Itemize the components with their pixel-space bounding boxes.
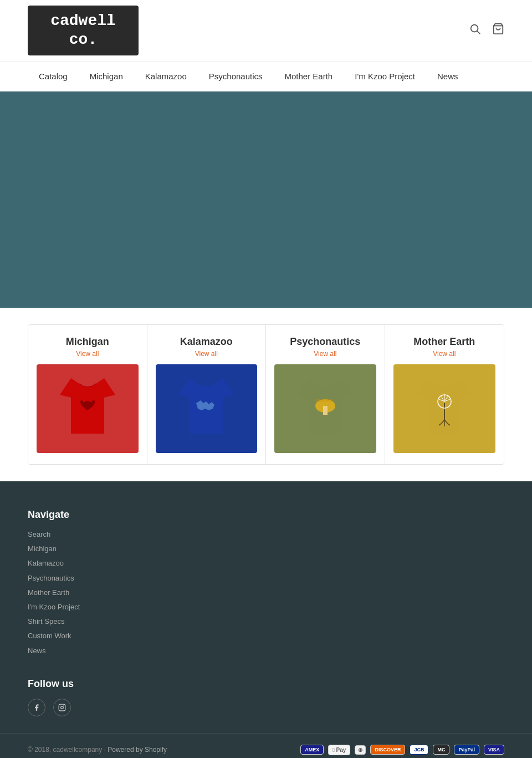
- collections-section: Michigan View all Kalamazoo View all: [0, 308, 532, 481]
- nav-psychonautics[interactable]: Psychonautics: [198, 62, 274, 91]
- footer-link-news[interactable]: News: [28, 646, 504, 656]
- instagram-icon: [58, 704, 66, 711]
- tshirt-svg-michigan: [54, 373, 121, 445]
- collections-grid: Michigan View all Kalamazoo View all: [28, 324, 504, 465]
- collection-img-kalamazoo: [156, 364, 258, 453]
- payment-mastercard: MC: [433, 745, 449, 755]
- cart-button[interactable]: [492, 23, 504, 38]
- svg-rect-4: [323, 406, 328, 415]
- payment-amex: AMEX: [300, 745, 324, 755]
- svg-text:Aquarius: Aquarius: [315, 398, 333, 403]
- nav-kalamazoo[interactable]: Kalamazoo: [134, 62, 198, 91]
- header-actions: [469, 23, 504, 38]
- view-all-kalamazoo[interactable]: View all: [156, 350, 258, 358]
- social-icons: [28, 699, 504, 716]
- instagram-button[interactable]: [53, 699, 71, 716]
- nav-michigan[interactable]: Michigan: [79, 62, 134, 91]
- logo[interactable]: cadwell co.: [28, 6, 139, 55]
- view-all-mother-earth[interactable]: View all: [393, 350, 496, 358]
- footer-link-psychonautics[interactable]: Psychonautics: [28, 573, 504, 583]
- footer-link-shirt-specs[interactable]: Shirt Specs: [28, 617, 504, 627]
- collection-mother-earth[interactable]: Mother Earth View all: [385, 325, 504, 464]
- footer-link-mother-earth[interactable]: Mother Earth: [28, 588, 504, 598]
- header: cadwell co.: [0, 0, 532, 61]
- svg-point-0: [471, 25, 478, 32]
- collection-img-mother-earth: [393, 364, 496, 453]
- payment-paypal: PayPal: [454, 745, 479, 755]
- logo-text: cadwell co.: [50, 12, 116, 49]
- copyright-text: © 2018, cadwellcompany: [28, 746, 102, 754]
- svg-point-15: [64, 705, 64, 706]
- payment-diners: ⊕: [355, 745, 366, 755]
- payment-icons: AMEX  Pay ⊕ DISCOVER JCB MC PayPal VISA: [300, 745, 504, 755]
- tshirt-svg-kalamazoo: [173, 373, 239, 445]
- collection-img-psychonautics: Aquarius: [274, 364, 376, 453]
- payment-visa: VISA: [484, 745, 504, 755]
- footer: Navigate Search Michigan Kalamazoo Psych…: [0, 481, 532, 733]
- footer-link-im-kzoo-project[interactable]: I'm Kzoo Project: [28, 602, 504, 612]
- nav-news[interactable]: News: [426, 62, 469, 91]
- cart-icon: [492, 23, 504, 35]
- collection-title-michigan: Michigan: [37, 336, 139, 348]
- collection-psychonautics[interactable]: Psychonautics View all Aquarius: [266, 325, 385, 464]
- payment-discover: DISCOVER: [370, 745, 405, 755]
- collection-title-mother-earth: Mother Earth: [393, 336, 496, 348]
- hero-banner: [0, 91, 532, 308]
- collection-michigan[interactable]: Michigan View all: [28, 325, 147, 464]
- footer-bottom: © 2018, cadwellcompany · Powered by Shop…: [0, 733, 532, 758]
- tshirt-svg-mother-earth: [411, 373, 478, 445]
- facebook-icon: [33, 704, 40, 711]
- collection-title-kalamazoo: Kalamazoo: [156, 336, 258, 348]
- facebook-button[interactable]: [28, 699, 45, 716]
- payment-jcb: JCB: [410, 745, 428, 755]
- footer-link-kalamazoo[interactable]: Kalamazoo: [28, 558, 504, 568]
- follow-heading: Follow us: [28, 678, 504, 690]
- view-all-psychonautics[interactable]: View all: [274, 350, 376, 358]
- footer-link-custom-work[interactable]: Custom Work: [28, 631, 504, 641]
- collection-kalamazoo[interactable]: Kalamazoo View all: [147, 325, 267, 464]
- footer-link-search[interactable]: Search: [28, 530, 504, 540]
- tshirt-svg-psychonautics: Aquarius: [292, 373, 359, 445]
- svg-line-1: [477, 31, 480, 34]
- footer-navigate: Navigate Search Michigan Kalamazoo Psych…: [28, 509, 504, 656]
- footer-follow: Follow us: [28, 678, 504, 716]
- collection-img-michigan: [37, 364, 139, 453]
- search-button[interactable]: [469, 23, 481, 38]
- nav-im-kzoo-project[interactable]: I'm Kzoo Project: [344, 62, 426, 91]
- svg-point-14: [61, 706, 64, 709]
- nav-mother-earth[interactable]: Mother Earth: [274, 62, 344, 91]
- copyright: © 2018, cadwellcompany · Powered by Shop…: [28, 746, 167, 754]
- search-icon: [469, 23, 481, 35]
- payment-applepay:  Pay: [328, 745, 350, 755]
- main-nav: Catalog Michigan Kalamazoo Psychonautics…: [0, 61, 532, 91]
- svg-rect-13: [59, 704, 65, 711]
- nav-catalog[interactable]: Catalog: [28, 62, 79, 91]
- powered-by-link[interactable]: Powered by Shopify: [108, 746, 167, 754]
- footer-link-michigan[interactable]: Michigan: [28, 544, 504, 554]
- navigate-heading: Navigate: [28, 509, 504, 521]
- collection-title-psychonautics: Psychonautics: [274, 336, 376, 348]
- view-all-michigan[interactable]: View all: [37, 350, 139, 358]
